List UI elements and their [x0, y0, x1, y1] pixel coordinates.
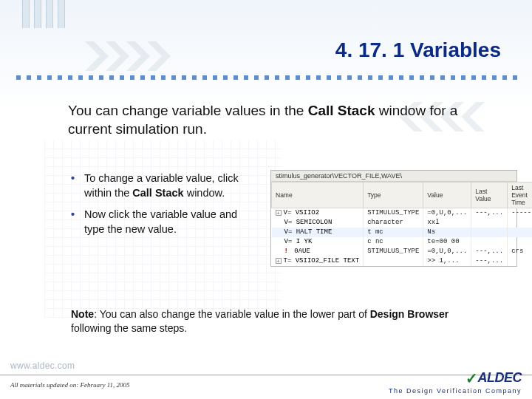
cell-type: character: [364, 218, 423, 228]
page-title: 4. 17. 1 Variables: [335, 38, 501, 62]
cell-last: ---,...: [471, 256, 508, 266]
note-pre: : You can also change the variable value…: [94, 308, 370, 320]
bullet-list: • To change a variable value, click with…: [71, 171, 260, 244]
note-lead: Note: [71, 308, 94, 320]
slide: 4. 17. 1 Variables You can change variab…: [0, 0, 532, 399]
bullet-dot-icon: •: [71, 171, 84, 200]
col-name: Name: [272, 183, 364, 208]
brand-tagline: The Design Verification Company: [389, 387, 522, 395]
cell-last: ---,...: [471, 247, 508, 256]
svg-marker-3: [147, 41, 171, 71]
cell-name: V= I YK: [272, 237, 364, 247]
svg-marker-1: [106, 41, 129, 71]
brand-logo: ✓ALDEC: [389, 369, 522, 387]
cell-name: ! 0AUE: [272, 247, 364, 256]
col-last: Last Value: [471, 183, 508, 208]
note-text: Note: You can also change the variable v…: [71, 307, 470, 335]
cell-evt: [508, 218, 532, 228]
table-header-row: Name Type Value Last Value Last Event Ti…: [272, 183, 533, 208]
footer-brand: ✓ALDEC The Design Verification Company: [389, 369, 522, 395]
divider-dots: [13, 74, 519, 81]
table-row: ! 0AUESTIMULUS_TYPE=0,U,0,...---,... crs: [272, 247, 533, 256]
warning-icon: !: [284, 248, 288, 255]
intro-text: You can change variable values in the Ca…: [68, 102, 467, 138]
svg-marker-2: [126, 41, 150, 71]
cell-last: [471, 228, 508, 237]
cell-value: >> 1,...: [423, 256, 471, 266]
table-row: +V= VSIIO2STIMULUS_TYPE=0,U,0,...---,...…: [272, 208, 533, 219]
col-evt: Last Event Time: [508, 183, 532, 208]
cell-evt: [508, 228, 532, 237]
screenshot-caption: stimulus_generator\VECTOR_FILE,WAVE\: [271, 171, 516, 182]
chevron-right-watermark: [85, 41, 188, 71]
table-row: V= I YKc ncte=00 00: [272, 237, 533, 247]
cell-value: =0,U,0,...: [423, 208, 471, 219]
bullet-item: • To change a variable value, click with…: [71, 171, 260, 200]
bullet-item: • Now click the variable value and type …: [71, 208, 260, 236]
table-row: +T= VSIIO2_FILE TEXT>> 1,...---,...: [272, 256, 533, 266]
cell-last: [471, 237, 508, 247]
col-type: Type: [364, 183, 423, 208]
bullet-text-tail: window.: [184, 187, 225, 199]
cell-evt: ------: [508, 208, 532, 219]
cell-name: V= HALT TIME: [272, 228, 364, 237]
cell-type: STIMULUS_TYPE: [364, 247, 423, 256]
cell-type: t mc: [364, 228, 423, 237]
bullet-text: Now click the variable value and type th…: [84, 208, 237, 235]
note-bold: Design Browser: [370, 308, 449, 320]
table-row: V= SEMICOLONcharacterxxl: [272, 218, 533, 228]
cell-evt: [508, 237, 532, 247]
cell-name: +T= VSIIO2_FILE TEXT: [272, 256, 364, 266]
check-icon: ✓: [466, 370, 478, 386]
cell-value: =0,U,0,...: [423, 247, 471, 256]
col-value: Value: [423, 183, 471, 208]
cell-name: +V= VSIIO2: [272, 208, 364, 219]
call-stack-screenshot: stimulus_generator\VECTOR_FILE,WAVE\ Nam…: [270, 170, 517, 267]
cell-type: c nc: [364, 237, 423, 247]
cell-value: xxl: [423, 218, 471, 228]
decor-bars: [22, 0, 65, 28]
cell-name: V= SEMICOLON: [272, 218, 364, 228]
cell-last: [471, 218, 508, 228]
cell-value: Ns: [423, 228, 471, 237]
bullet-bold: Call Stack: [132, 187, 183, 199]
brand-name: ALDEC: [478, 370, 522, 385]
intro-bold: Call Stack: [308, 103, 375, 118]
cell-type: STIMULUS_TYPE: [364, 208, 423, 219]
intro-prefix: You can change variable values in the: [68, 103, 308, 118]
variable-table: Name Type Value Last Value Last Event Ti…: [271, 182, 532, 266]
svg-marker-0: [85, 41, 109, 71]
table-row: V= HALT TIMEt mcNs: [272, 228, 533, 237]
tree-expand-icon: +: [276, 210, 282, 216]
note-post: following the same steps.: [71, 322, 187, 334]
cell-evt: [508, 256, 532, 266]
cell-value: te=00 00: [423, 237, 471, 247]
footer-url: www.aldec.com: [10, 361, 75, 371]
cell-evt: crs: [508, 247, 532, 256]
cell-last: ---,...: [471, 208, 508, 219]
cell-type: [364, 256, 423, 266]
tree-expand-icon: +: [276, 258, 282, 264]
bullet-dot-icon: •: [71, 208, 84, 236]
footer-date: All materials updated on: February 11, 2…: [10, 381, 130, 389]
